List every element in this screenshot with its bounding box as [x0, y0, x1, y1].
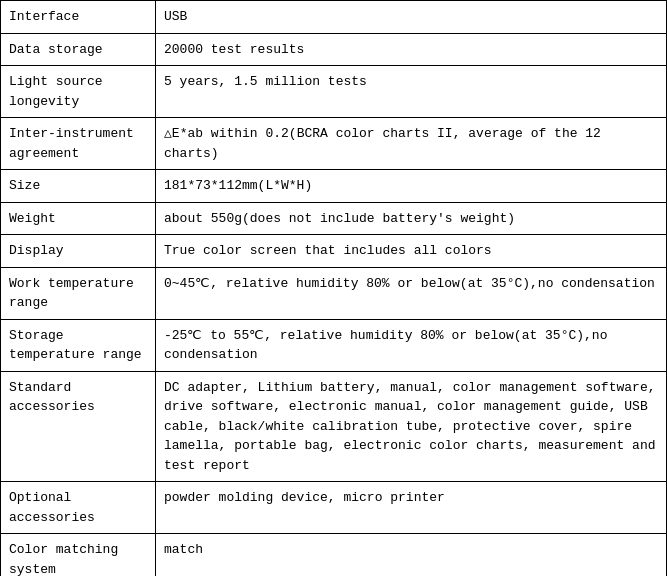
row-label: Storage temperature range — [1, 320, 156, 371]
row-value: -25℃ to 55℃, relative humidity 80% or be… — [156, 320, 667, 371]
table-row: Optional accessoriespowder molding devic… — [1, 482, 667, 534]
row-label: Size — [1, 170, 156, 202]
row-label: Work temperature range — [1, 268, 156, 319]
table-row: Work temperature range0~45℃, relative hu… — [1, 268, 667, 320]
row-value: USB — [156, 1, 667, 33]
table-row: Size181*73*112mm(L*W*H) — [1, 170, 667, 203]
row-value: 0~45℃, relative humidity 80% or below(at… — [156, 268, 667, 319]
row-label: Inter-instrument agreement — [1, 118, 156, 169]
table-row: InterfaceUSB — [1, 1, 667, 34]
row-label: Color matching system — [1, 534, 156, 576]
row-value: match — [156, 534, 667, 576]
table-row: Data storage20000 test results — [1, 34, 667, 67]
row-label: Display — [1, 235, 156, 267]
row-label: Weight — [1, 203, 156, 235]
row-value: about 550g(does not include battery's we… — [156, 203, 667, 235]
row-label: Standard accessories — [1, 372, 156, 482]
row-label: Light source longevity — [1, 66, 156, 117]
row-value: DC adapter, Lithium battery, manual, col… — [156, 372, 667, 482]
row-value: 20000 test results — [156, 34, 667, 66]
row-value: True color screen that includes all colo… — [156, 235, 667, 267]
row-value: 181*73*112mm(L*W*H) — [156, 170, 667, 202]
row-label: Interface — [1, 1, 156, 33]
table-row: Light source longevity5 years, 1.5 milli… — [1, 66, 667, 118]
row-label: Data storage — [1, 34, 156, 66]
row-value: 5 years, 1.5 million tests — [156, 66, 667, 117]
table-row: Storage temperature range-25℃ to 55℃, re… — [1, 320, 667, 372]
table-row: Inter-instrument agreement△E*ab within 0… — [1, 118, 667, 170]
specs-table: InterfaceUSBData storage20000 test resul… — [0, 0, 667, 576]
table-row: DisplayTrue color screen that includes a… — [1, 235, 667, 268]
row-value: powder molding device, micro printer — [156, 482, 667, 533]
table-row: Standard accessoriesDC adapter, Lithium … — [1, 372, 667, 483]
table-row: Weightabout 550g(does not include batter… — [1, 203, 667, 236]
row-label: Optional accessories — [1, 482, 156, 533]
row-value: △E*ab within 0.2(BCRA color charts II, a… — [156, 118, 667, 169]
table-row: Color matching systemmatch — [1, 534, 667, 576]
